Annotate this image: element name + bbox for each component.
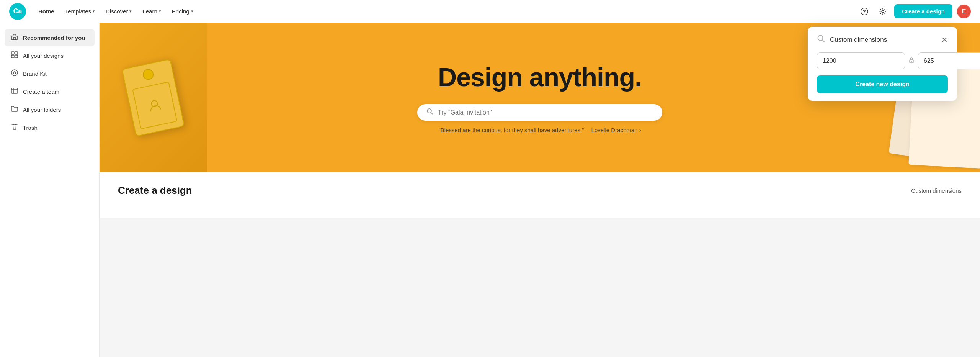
create-design-button[interactable]: Create a design	[894, 4, 952, 18]
custom-dimensions-link[interactable]: Custom dimensions	[911, 187, 962, 194]
hero-quote: "Blessed are the curious, for they shall…	[100, 127, 980, 133]
lock-icon	[908, 57, 915, 66]
svg-point-16	[911, 61, 912, 62]
search-icon	[426, 108, 433, 117]
avatar[interactable]: E	[957, 5, 971, 18]
hero-search-input[interactable]	[438, 109, 653, 116]
sidebar-label-recommended: Recommended for you	[23, 34, 85, 41]
popup-search-icon	[817, 34, 825, 45]
sidebar-label-all-designs: All your designs	[23, 52, 64, 59]
chevron-down-icon: ▾	[93, 9, 95, 14]
sidebar-item-create-team[interactable]: Create a team	[5, 83, 95, 100]
svg-rect-4	[15, 52, 18, 54]
nav-discover[interactable]: Discover ▾	[101, 5, 136, 18]
chevron-down-icon: ▾	[191, 9, 193, 14]
popup-title-row: Custom dimensions	[817, 34, 887, 45]
nav-learn[interactable]: Learn ▾	[138, 5, 165, 18]
sidebar-label-trash: Trash	[23, 124, 38, 131]
sidebar-item-all-designs[interactable]: All your designs	[5, 47, 95, 64]
nav-pricing[interactable]: Pricing ▾	[167, 5, 198, 18]
logo[interactable]: Ca	[9, 3, 26, 20]
sidebar-item-recommended[interactable]: Recommended for you	[5, 29, 95, 46]
sidebar: Recommended for you All your designs B	[0, 23, 100, 357]
navbar: Ca Home Templates ▾ Discover ▾ Learn ▾ P…	[0, 0, 980, 23]
home-icon	[11, 33, 18, 43]
nav-right: ? Create a design E	[858, 4, 971, 18]
svg-rect-5	[11, 55, 14, 58]
sidebar-item-trash[interactable]: Trash	[5, 119, 95, 136]
sidebar-label-create-team: Create a team	[23, 88, 59, 95]
sidebar-label-all-folders: All your folders	[23, 106, 61, 113]
settings-button[interactable]	[876, 5, 890, 18]
brand-icon	[11, 69, 18, 79]
create-section: Create a design Custom dimensions	[100, 172, 980, 218]
team-icon	[11, 87, 18, 97]
create-new-design-button[interactable]: Create new design	[817, 75, 948, 93]
nav-links: Home Templates ▾ Discover ▾ Learn ▾ Pric…	[34, 5, 858, 18]
folder-icon	[11, 105, 18, 115]
help-button[interactable]: ?	[858, 5, 871, 18]
logo-text: Ca	[13, 7, 22, 15]
nav-templates[interactable]: Templates ▾	[60, 5, 100, 18]
width-input[interactable]	[817, 52, 905, 69]
popup-close-button[interactable]: ✕	[941, 35, 948, 44]
popup-title: Custom dimensions	[830, 36, 887, 44]
height-input[interactable]	[918, 52, 980, 69]
popup-header: Custom dimensions ✕	[817, 34, 948, 45]
sidebar-item-brand-kit[interactable]: Brand Kit	[5, 65, 95, 82]
sidebar-item-all-folders[interactable]: All your folders	[5, 101, 95, 118]
svg-point-8	[13, 72, 16, 74]
svg-point-2	[882, 10, 884, 13]
hero-search-bar[interactable]	[417, 104, 662, 121]
svg-text:?: ?	[863, 9, 866, 15]
section-header: Create a design Custom dimensions	[118, 185, 962, 197]
question-icon: ?	[861, 8, 868, 15]
svg-rect-3	[11, 52, 14, 54]
gear-icon	[879, 8, 887, 15]
svg-rect-6	[15, 55, 18, 58]
popup-inputs: px ▾	[817, 52, 948, 69]
nav-home[interactable]: Home	[34, 5, 59, 18]
chevron-down-icon: ▾	[129, 9, 132, 14]
svg-point-7	[11, 70, 18, 76]
sidebar-label-brand-kit: Brand Kit	[23, 70, 47, 77]
section-title: Create a design	[118, 185, 192, 197]
grid-icon	[11, 51, 18, 61]
chevron-down-icon: ▾	[159, 9, 161, 14]
trash-icon	[11, 123, 18, 133]
custom-dimensions-popup: Custom dimensions ✕ px ▾ Create new desi…	[808, 27, 957, 101]
svg-rect-9	[11, 88, 18, 93]
